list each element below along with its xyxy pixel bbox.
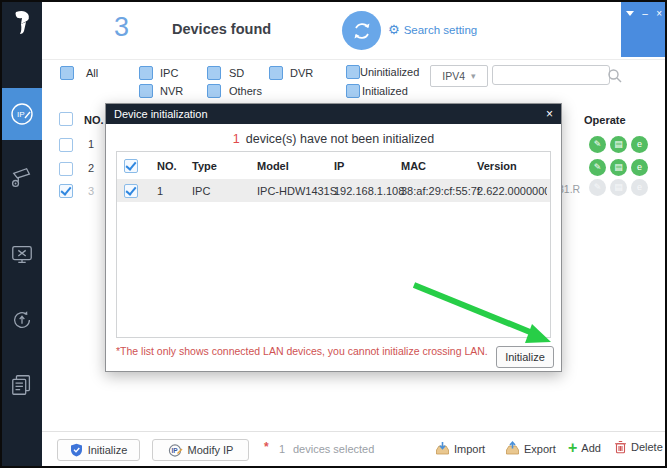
- plus-icon: +: [568, 440, 577, 456]
- filter-label-initialized: Initialized: [362, 85, 408, 97]
- row1-edit-icon[interactable]: ✎: [589, 136, 606, 153]
- app-window: IP: [0, 0, 667, 468]
- dialog-close-icon[interactable]: ×: [546, 107, 553, 121]
- col-version: Version: [477, 160, 517, 172]
- modify-ip-button[interactable]: IP Modify IP: [152, 439, 249, 461]
- filter-label-all: All: [86, 67, 98, 79]
- row2-details-icon[interactable]: ▤: [610, 159, 627, 176]
- protocol-value: IPV4: [442, 70, 465, 82]
- row3-edit-icon: ✎: [589, 179, 606, 196]
- ip-badge-text: IP: [17, 110, 25, 119]
- row3-browser-icon: e: [631, 179, 648, 196]
- filter-label-uninitialized: Uninitialized: [360, 66, 419, 78]
- sidebar-item-device-config[interactable]: [10, 164, 34, 190]
- search-setting-button[interactable]: ⚙ Search setting: [388, 23, 477, 36]
- sidebar-item-logs[interactable]: [10, 372, 34, 398]
- import-button[interactable]: Import: [435, 441, 485, 456]
- filter-checkbox-dvr[interactable]: [269, 66, 283, 80]
- trash-icon: [614, 440, 627, 454]
- filter-checkbox-uninitialized[interactable]: [346, 65, 360, 79]
- modify-ip-label: Modify IP: [188, 444, 234, 456]
- row1-browser-icon[interactable]: e: [631, 136, 648, 153]
- selected-label: devices selected: [293, 443, 374, 455]
- filter-label-ipc: IPC: [160, 67, 178, 79]
- sidebar-item-system-settings[interactable]: [10, 242, 34, 268]
- filter-checkbox-all[interactable]: [60, 66, 74, 80]
- refresh-icon: [351, 20, 373, 42]
- row1-checkbox[interactable]: [59, 138, 73, 152]
- cell-ip: 192.168.1.108: [334, 185, 404, 197]
- menu-caret-icon[interactable]: [626, 11, 634, 16]
- cell-type: IPC: [192, 185, 210, 197]
- row1-details-icon[interactable]: ▤: [610, 136, 627, 153]
- row1-no: 1: [88, 138, 94, 150]
- export-icon: [505, 441, 520, 456]
- filter-checkbox-ipc[interactable]: [139, 66, 153, 80]
- upgrade-icon: [10, 307, 34, 333]
- documents-icon: [10, 372, 34, 398]
- modify-ip-button-icon: IP: [168, 443, 183, 458]
- col-ip: IP: [334, 160, 344, 172]
- modify-ip-icon: IP: [9, 101, 35, 127]
- row3-checkbox[interactable]: [59, 184, 73, 198]
- filter-checkbox-sd[interactable]: [207, 66, 221, 80]
- add-label: Add: [581, 442, 601, 454]
- col-type: Type: [192, 160, 217, 172]
- devices-found-label: Devices found: [172, 21, 271, 37]
- chevron-down-icon: ▾: [471, 71, 476, 81]
- row2-checkbox[interactable]: [59, 162, 73, 176]
- dialog-select-all-checkbox[interactable]: [124, 159, 138, 173]
- required-asterisk: *: [264, 440, 269, 454]
- dialog-row-checkbox[interactable]: [124, 184, 138, 198]
- device-initialization-dialog: Device initialization × 1 device(s) have…: [105, 103, 562, 372]
- filter-label-nvr: NVR: [160, 85, 183, 97]
- device-count: 3: [114, 12, 129, 43]
- export-label: Export: [524, 443, 556, 455]
- refresh-button[interactable]: [342, 11, 381, 50]
- dialog-title: Device initialization: [114, 108, 208, 120]
- close-button[interactable]: ×: [656, 9, 662, 57]
- add-button[interactable]: + Add: [568, 440, 601, 456]
- row2-browser-icon[interactable]: e: [631, 159, 648, 176]
- table-select-all-checkbox[interactable]: [59, 112, 73, 126]
- export-button[interactable]: Export: [505, 441, 556, 456]
- initialize-button[interactable]: Initialize: [57, 439, 140, 461]
- sidebar-item-upgrade[interactable]: [10, 307, 34, 333]
- row2-edit-icon[interactable]: ✎: [589, 159, 606, 176]
- sidebar-item-modify-ip[interactable]: IP: [2, 88, 42, 140]
- cell-version: 2.622.0000000.3...: [477, 185, 547, 197]
- cell-no: 1: [157, 185, 163, 197]
- monitor-tools-icon: [10, 242, 34, 268]
- col-model: Model: [257, 160, 289, 172]
- dahua-logo-icon: [9, 8, 35, 38]
- row3-details-icon: ▤: [610, 179, 627, 196]
- search-setting-label: Search setting: [404, 24, 478, 36]
- dialog-table-row[interactable]: 1 IPC IPC-HDW1431S 192.168.1.108 38:af:2…: [117, 179, 550, 202]
- minimize-button[interactable]: –: [642, 9, 648, 57]
- cell-model: IPC-HDW1431S: [257, 185, 337, 197]
- import-label: Import: [454, 443, 485, 455]
- search-input[interactable]: [492, 65, 610, 85]
- camera-gear-icon: [10, 164, 34, 190]
- filter-checkbox-nvr[interactable]: [139, 84, 153, 98]
- filter-checkbox-initialized[interactable]: [346, 84, 360, 98]
- cell-mac: 38:af:29:cf:55:7f: [401, 185, 480, 197]
- operate-column-header: Operate: [584, 114, 626, 126]
- window-controls: – ×: [621, 2, 667, 57]
- filter-label-dvr: DVR: [290, 67, 313, 79]
- delete-label: Delete: [631, 441, 663, 453]
- dialog-initialize-button[interactable]: Initialize: [496, 346, 554, 368]
- filter-label-others: Others: [229, 85, 262, 97]
- header: 3 Devices found ⚙ Search setting: [42, 2, 665, 60]
- no-column-header: NO.: [84, 114, 104, 126]
- col-mac: MAC: [401, 160, 426, 172]
- filter-checkbox-others[interactable]: [207, 84, 221, 98]
- filter-label-sd: SD: [229, 67, 244, 79]
- lan-warning-text: *The list only shows connected LAN devic…: [116, 345, 488, 357]
- initialize-label: Initialize: [88, 444, 128, 456]
- delete-button[interactable]: Delete: [614, 440, 663, 454]
- search-icon[interactable]: [607, 68, 623, 84]
- uninitialized-count: 1: [233, 132, 240, 146]
- protocol-select[interactable]: IPV4 ▾: [430, 65, 488, 87]
- dialog-message: 1 device(s) have not been initialized: [106, 132, 561, 146]
